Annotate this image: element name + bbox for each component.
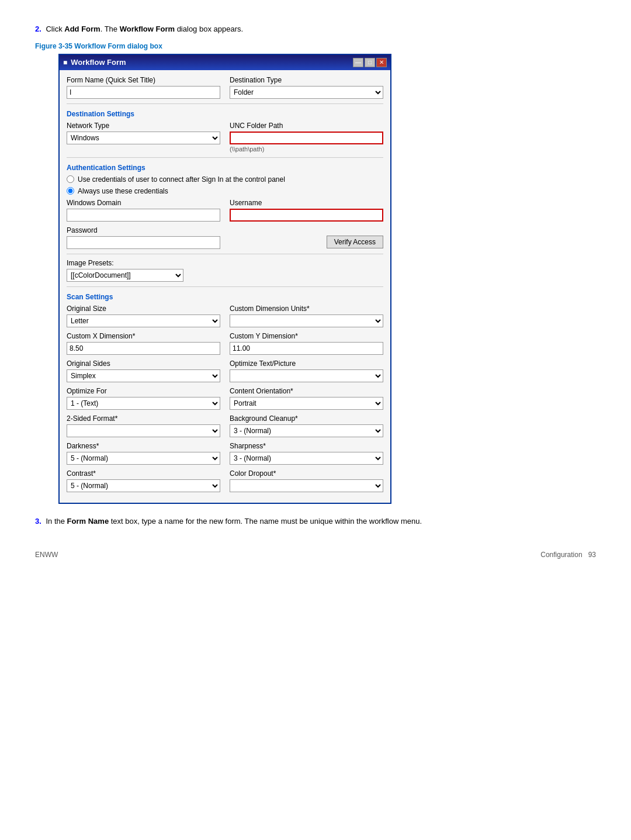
custom-y-col: Custom Y Dimension* [230,332,383,355]
color-dropout-select[interactable] [230,479,383,492]
network-type-select[interactable]: Windows [67,132,220,144]
network-type-col: Network Type Windows [67,122,220,153]
step3-number: 3. [35,517,41,526]
maximize-button[interactable]: □ [365,58,375,67]
figure-caption: Figure 3-35 Workflow Form dialog box [35,42,596,50]
darkness-col: Darkness* 5 - (Normal) [67,442,220,465]
minimize-button[interactable]: — [353,58,363,67]
radio-always[interactable] [67,187,74,195]
windows-domain-input[interactable] [67,209,220,222]
step3-text: 3. In the Form Name text box, type a nam… [35,516,596,528]
auth-settings-header: Authentication Settings [67,164,383,172]
destination-type-label: Destination Type [230,76,383,84]
custom-y-label: Custom Y Dimension* [230,332,383,340]
two-sided-select[interactable] [67,424,220,437]
sharpness-label: Sharpness* [230,442,383,450]
original-size-select[interactable]: Letter [67,314,220,327]
two-sided-row: 2-Sided Format* Background Cleanup* 3 - … [67,414,383,437]
custom-dim-units-select[interactable] [230,314,383,327]
footer-left: ENWW [35,551,58,559]
destination-type-col: Destination Type Folder [230,76,383,99]
password-verify-row: Password Verify Access [67,226,383,249]
username-col: Username [230,199,383,222]
password-input[interactable] [67,236,220,249]
unc-path-input[interactable] [230,132,383,144]
verify-row: Verify Access [230,236,383,248]
destination-settings-header: Destination Settings [67,110,383,118]
windows-domain-label: Windows Domain [67,199,220,207]
form-name-label: Form Name (Quick Set Title) [67,76,220,84]
two-sided-label: 2-Sided Format* [67,414,220,423]
scan-settings-header: Scan Settings [67,293,383,301]
optimize-for-col: Optimize For 1 - (Text) [67,387,220,410]
original-sides-col: Original Sides Simplex [67,359,220,382]
radio-signin[interactable] [67,175,74,183]
close-button[interactable]: ✕ [376,58,387,67]
radio2-row: Always use these credentials [67,187,383,195]
network-unc-row: Network Type Windows UNC Folder Path (\\… [67,122,383,153]
unc-path-col: UNC Folder Path (\\path\path) [230,122,383,153]
step2-number: 2. [35,25,41,33]
custom-dim-units-label: Custom Dimension Units* [230,305,383,313]
orig-size-row: Original Size Letter Custom Dimension Un… [67,305,383,327]
radio2-label: Always use these credentials [78,187,168,195]
content-orientation-col: Content Orientation* Portrait [230,387,383,410]
workflow-form-dialog: ■ Workflow Form — □ ✕ Form Name (Quick S… [58,54,391,504]
username-label: Username [230,199,383,207]
background-cleanup-col: Background Cleanup* 3 - (Normal) [230,414,383,437]
destination-type-select[interactable]: Folder [230,86,383,99]
username-input[interactable] [230,209,383,222]
content-orientation-label: Content Orientation* [230,387,383,395]
custom-x-input[interactable] [67,342,220,355]
sharpness-col: Sharpness* 3 - (Normal) [230,442,383,465]
image-presets-select[interactable]: [[cColorDocument]] [67,269,183,282]
footer-right: Configuration 93 [540,551,596,559]
step2-text: 2. Click Add Form. The Workflow Form dia… [35,23,596,35]
image-presets-row: Image Presets: [[cColorDocument]] [67,259,383,282]
custom-x-label: Custom X Dimension* [67,332,220,340]
two-sided-col: 2-Sided Format* [67,414,220,437]
domain-username-row: Windows Domain Username [67,199,383,222]
network-type-label: Network Type [67,122,220,130]
unc-path-label: UNC Folder Path [230,122,383,130]
form-name-input[interactable] [67,86,220,99]
form-name-row: Form Name (Quick Set Title) Destination … [67,76,383,99]
orig-sides-row: Original Sides Simplex Optimize Text/Pic… [67,359,383,382]
contrast-row: Contrast* 5 - (Normal) Color Dropout* [67,469,383,492]
radio1-row: Use credentials of user to connect after… [67,175,383,184]
verify-access-button[interactable]: Verify Access [327,236,383,248]
windows-domain-col: Windows Domain [67,199,220,222]
optimize-textpic-select[interactable] [230,369,383,382]
custom-dim-units-col: Custom Dimension Units* [230,305,383,327]
original-sides-select[interactable]: Simplex [67,369,220,382]
password-col: Password [67,226,220,249]
original-sides-label: Original Sides [67,359,220,368]
verify-col: Verify Access [230,226,383,249]
background-cleanup-label: Background Cleanup* [230,414,383,423]
dialog-content: Form Name (Quick Set Title) Destination … [60,70,390,503]
form-name-col: Form Name (Quick Set Title) [67,76,220,99]
color-dropout-col: Color Dropout* [230,469,383,492]
contrast-select[interactable]: 5 - (Normal) [67,479,220,492]
background-cleanup-select[interactable]: 3 - (Normal) [230,424,383,437]
optimize-for-select[interactable]: 1 - (Text) [67,397,220,410]
dialog-controls: — □ ✕ [353,58,387,67]
optimize-for-row: Optimize For 1 - (Text) Content Orientat… [67,387,383,410]
darkness-label: Darkness* [67,442,220,450]
sharpness-select[interactable]: 3 - (Normal) [230,452,383,465]
custom-x-col: Custom X Dimension* [67,332,220,355]
content-orientation-select[interactable]: Portrait [230,397,383,410]
custom-y-input[interactable] [230,342,383,355]
original-size-label: Original Size [67,305,220,313]
original-size-col: Original Size Letter [67,305,220,327]
image-presets-col: Image Presets: [[cColorDocument]] [67,259,220,282]
dialog-titlebar: ■ Workflow Form — □ ✕ [60,55,390,70]
unc-hint: (\\path\path) [230,146,383,153]
color-dropout-label: Color Dropout* [230,469,383,478]
radio1-label: Use credentials of user to connect after… [78,175,285,184]
optimize-textpic-col: Optimize Text/Picture [230,359,383,382]
optimize-textpic-label: Optimize Text/Picture [230,359,383,368]
custom-xy-row: Custom X Dimension* Custom Y Dimension* [67,332,383,355]
darkness-select[interactable]: 5 - (Normal) [67,452,220,465]
footer: ENWW Configuration 93 [35,551,596,559]
